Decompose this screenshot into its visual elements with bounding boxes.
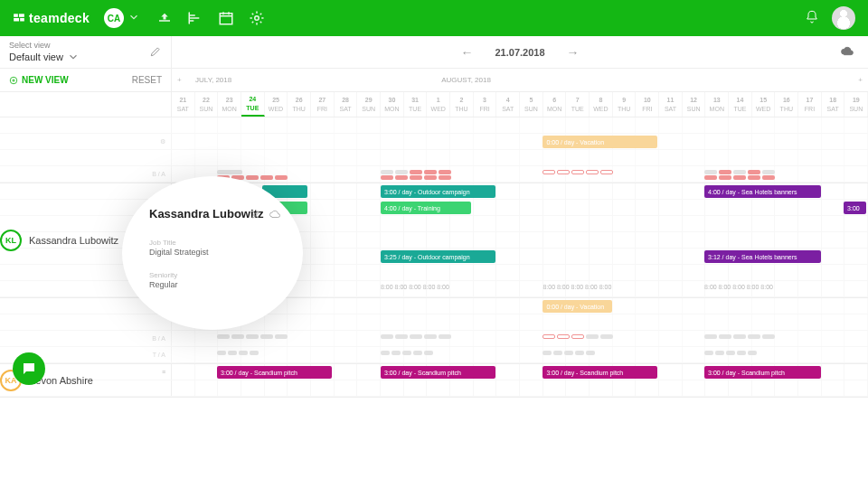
day-column[interactable]: 1WED <box>427 92 450 117</box>
svg-rect-1 <box>19 14 24 17</box>
event-scandium[interactable]: 3:00 / day - Scandium pitch <box>381 366 495 379</box>
day-column[interactable]: 4SAT <box>496 92 520 117</box>
logo-text: teamdeck <box>29 11 90 25</box>
day-column[interactable]: 7TUE <box>566 92 590 117</box>
event-training[interactable]: 4:00 / day - Training <box>381 202 471 214</box>
day-column[interactable]: 2THU <box>450 92 474 117</box>
day-column[interactable]: 8WED <box>590 92 613 117</box>
popup-job-value: Digital Strategist <box>149 248 285 257</box>
event-scandium[interactable]: 3:00 / day - Scandium pitch <box>217 366 332 379</box>
day-column[interactable]: 15WED <box>752 92 776 117</box>
person-block: ⚙ 0:00 / day - Vacation B / A T / A <box>0 298 868 364</box>
day-column[interactable]: 12SUN <box>683 92 706 117</box>
person-detail-popup: Kassandra Lubowitz Job Title Digital Str… <box>122 176 303 330</box>
day-column[interactable]: 13MON <box>705 92 729 117</box>
chat-button[interactable] <box>13 352 45 385</box>
day-column[interactable]: 31TUE <box>404 92 428 117</box>
month-label: JULY, 2018 <box>195 76 231 84</box>
logo[interactable]: teamdeck <box>13 11 90 25</box>
day-column[interactable]: 6MON <box>543 92 567 117</box>
date-nav: ← 21.07.2018 → <box>172 36 868 68</box>
svg-rect-4 <box>220 14 232 24</box>
day-column[interactable]: 14TUE <box>729 92 752 117</box>
svg-rect-3 <box>20 18 24 22</box>
person-block-kevon: KA Kevon Abshire ≡ 3:00 / day - Scandium… <box>0 364 868 398</box>
svg-rect-2 <box>14 18 19 22</box>
avatar-initials: KL <box>0 230 22 251</box>
popup-job-label: Job Title <box>149 239 285 247</box>
event-vacation[interactable]: 0:00 / day - Vacation <box>542 300 612 313</box>
day-column[interactable]: 27FRI <box>311 92 335 117</box>
day-column[interactable]: 9THU <box>613 92 637 117</box>
day-column[interactable]: 24TUE <box>241 92 265 117</box>
event-vacation[interactable]: 0:00 / day - Vacation <box>542 136 657 148</box>
hours-text: 8:00 8:00 8:00 8:00 8:00 <box>542 284 611 290</box>
workspace-badge[interactable]: CA <box>104 8 124 28</box>
plus-icon[interactable]: + <box>858 76 863 84</box>
day-column[interactable]: 5SUN <box>520 92 543 117</box>
view-name: Default view <box>9 52 63 62</box>
event-outdoor[interactable]: 3:25 / day - Outdoor campaign <box>381 250 495 263</box>
day-column[interactable]: 18SAT <box>822 92 845 117</box>
bell-icon[interactable] <box>805 10 819 26</box>
day-column[interactable]: 11SAT <box>659 92 683 117</box>
view-select-panel[interactable]: Select view Default view <box>0 36 172 68</box>
next-arrow[interactable]: → <box>567 45 580 60</box>
popup-seniority-value: Regular <box>149 280 285 289</box>
day-column[interactable]: 10FRI <box>636 92 659 117</box>
svg-point-5 <box>255 16 259 21</box>
event-scandium[interactable]: 3:00 / day - Scandium pitch <box>704 366 821 379</box>
top-bar: teamdeck CA <box>0 0 868 36</box>
popup-seniority-label: Seniority <box>149 271 285 279</box>
event-seahotels-short[interactable]: 3:00 <box>844 202 866 214</box>
hours-text: 8:00 8:00 8:00 8:00 8:00 <box>381 284 449 290</box>
ba-label: B / A <box>152 171 165 177</box>
person-block: ⚙ 0:00 / day - Vacation B / A <box>0 117 868 183</box>
current-date[interactable]: 21.07.2018 <box>495 47 544 58</box>
day-column[interactable]: 23MON <box>218 92 241 117</box>
cloud-icon[interactable] <box>269 209 281 221</box>
month-label: AUGUST, 2018 <box>441 76 491 84</box>
logo-icon <box>13 12 25 24</box>
sliders-icon[interactable]: ≡ <box>162 369 165 375</box>
chevron-down-icon <box>67 51 80 63</box>
gear-icon[interactable] <box>249 10 265 26</box>
prev-arrow[interactable]: ← <box>460 45 473 60</box>
chat-icon <box>21 361 37 377</box>
sub-bar: Select view Default view ← 21.07.2018 → <box>0 36 868 69</box>
day-column[interactable]: 28SAT <box>335 92 358 117</box>
timeline-icon[interactable] <box>187 10 203 26</box>
user-avatar[interactable] <box>832 6 855 30</box>
upload-icon[interactable] <box>156 10 173 26</box>
day-column[interactable]: 25WED <box>265 92 288 117</box>
pencil-icon[interactable] <box>149 45 162 60</box>
new-view-button[interactable]: NEW VIEW <box>9 75 69 85</box>
calendar-header: 21SAT22SUN23MON24TUE25WED26THU27FRI28SAT… <box>0 92 868 117</box>
reset-button[interactable]: RESET <box>132 75 162 85</box>
event-seahotels[interactable]: 3:12 / day - Sea Hotels banners <box>704 250 821 263</box>
gear-icon[interactable]: ⚙ <box>160 138 165 145</box>
day-column[interactable]: 3FRI <box>474 92 497 117</box>
event-scandium[interactable]: 3:00 / day - Scandium pitch <box>542 366 657 379</box>
event-outdoor[interactable]: 3:00 / day - Outdoor campaign <box>381 185 495 198</box>
day-column[interactable]: 17FRI <box>798 92 822 117</box>
view-actions-row: NEW VIEW RESET + JULY, 2018 AUGUST, 2018… <box>0 69 868 92</box>
day-column[interactable]: 30MON <box>381 92 404 117</box>
select-view-label: Select view <box>9 41 162 50</box>
event-seahotels[interactable]: 4:00 / day - Sea Hotels banners <box>704 185 821 198</box>
day-column[interactable]: 19SUN <box>844 92 868 117</box>
chevron-down-icon[interactable] <box>127 11 140 25</box>
person-label[interactable]: KL Kassandra Lubowitz <box>0 230 118 251</box>
day-column[interactable]: 21SAT <box>172 92 195 117</box>
cloud-download-icon[interactable] <box>841 44 854 60</box>
day-column[interactable]: 29SUN <box>357 92 381 117</box>
day-column[interactable]: 26THU <box>288 92 311 117</box>
plus-circle-icon <box>9 76 18 85</box>
svg-rect-0 <box>14 14 18 17</box>
plus-icon[interactable]: + <box>177 76 182 84</box>
day-column[interactable]: 22SUN <box>195 92 219 117</box>
calendar-icon[interactable] <box>218 10 234 26</box>
ba-label: B / A <box>152 335 165 342</box>
day-column[interactable]: 16THU <box>775 92 798 117</box>
pencil-icon[interactable] <box>250 209 261 221</box>
